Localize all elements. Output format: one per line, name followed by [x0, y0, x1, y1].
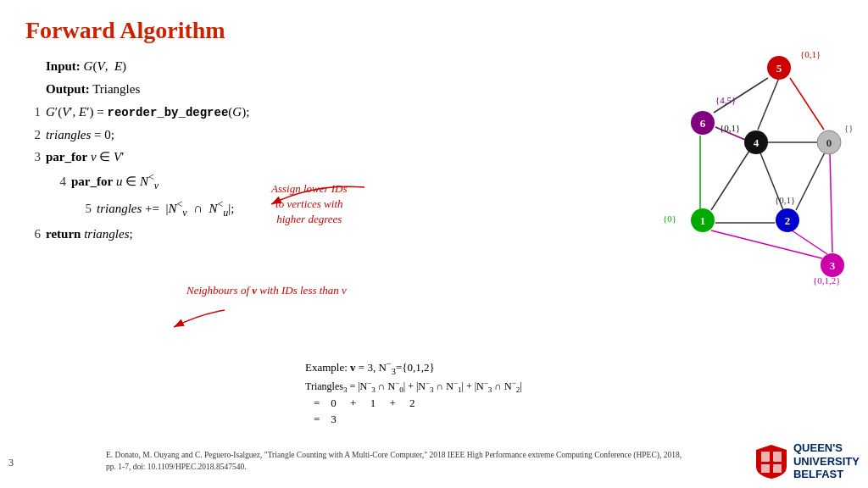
svg-rect-30 [773, 452, 782, 462]
svg-text:4: 4 [754, 136, 760, 149]
queens-university-text: QUEEN'SUNIVERSITYBELFAST [793, 441, 860, 481]
footer: 3 E. Donato, M. Ouyang and C. Peguero-Is… [8, 441, 860, 481]
svg-text:1: 1 [700, 214, 706, 227]
svg-text:{0,1}: {0,1} [800, 49, 821, 59]
line3-content: par_for v ∈ V′ [46, 147, 125, 168]
svg-text:{0}: {0} [663, 214, 676, 224]
graph-svg: 5 6 4 0 1 2 3 {0,1} {4,5} { [571, 42, 860, 305]
line5-content: triangles += |N<v ∩ N<u|; [97, 197, 234, 222]
output-label: Output: Triangles [46, 79, 140, 100]
arrow-assign [237, 158, 373, 225]
ln3: 3 [25, 147, 41, 168]
example-line-2: Triangles3 = |N−3 ∩ N−0| + |N−3 ∩ N−1| +… [305, 379, 522, 394]
ln4: 4 [51, 171, 66, 192]
svg-line-9 [796, 151, 826, 210]
citation: E. Donato, M. Ouyang and C. Peguero-Isal… [106, 450, 682, 473]
page-number: 3 [8, 454, 34, 469]
output-line: Output: Triangles [25, 79, 517, 100]
alg-line-2: 2 triangles = 0; [25, 125, 517, 146]
svg-text:0: 0 [826, 136, 832, 149]
example-line-3: = 0 + 1 + 2 [305, 396, 522, 410]
svg-text:{0,1,2}: {0,1,2} [813, 275, 841, 286]
svg-line-10 [830, 152, 832, 252]
slide-title: Forward Algorithm [25, 17, 843, 44]
graph-panel: 5 6 4 0 1 2 3 {0,1} {4,5} { [571, 42, 860, 305]
svg-line-12 [711, 230, 822, 258]
svg-text:5: 5 [776, 62, 782, 75]
ln1: 1 [25, 102, 41, 123]
algorithm-panel: Input: G(V, E) Output: Triangles 1 G′(V′… [25, 56, 517, 246]
ln6: 6 [25, 224, 41, 245]
example-section: Example: v = 3, N−3={0,1,2} Triangles3 =… [305, 359, 522, 429]
ln2: 2 [25, 125, 41, 146]
svg-text:{0,1}: {0,1} [720, 123, 740, 133]
svg-text:Q: Q [769, 459, 774, 467]
svg-line-13 [792, 230, 827, 254]
svg-text:2: 2 [785, 214, 791, 227]
svg-text:{}: {} [844, 123, 854, 133]
input-line: Input: G(V, E) [25, 56, 517, 77]
slide: Forward Algorithm Input: G(V, E) Output:… [0, 0, 868, 488]
svg-line-3 [790, 78, 824, 130]
input-label: Input: G(V, E) [46, 56, 126, 77]
svg-line-2 [758, 78, 779, 130]
svg-text:{4,5}: {4,5} [715, 95, 736, 105]
annotation-neighbours: Neighbours of v with IDs less than v [186, 283, 347, 298]
ln5: 5 [76, 198, 92, 219]
svg-text:6: 6 [700, 117, 706, 130]
example-line-1: Example: v = 3, N−3={0,1,2} [305, 359, 522, 376]
svg-rect-32 [773, 464, 782, 473]
line4-content: par_for u ∈ N<v [71, 169, 159, 195]
queens-shield-icon: Q [754, 443, 788, 480]
alg-line-1: 1 G′(V′, E′) = reorder_by_degree(G); [25, 102, 517, 123]
line2-content: triangles = 0; [46, 125, 114, 146]
svg-line-7 [711, 151, 749, 210]
example-line-4: = 3 [305, 413, 522, 426]
arrow-neighbours [157, 302, 242, 344]
svg-text:{0,1}: {0,1} [775, 195, 795, 205]
svg-text:3: 3 [830, 259, 836, 272]
line1-content: G′(V′, E′) = reorder_by_degree(G); [46, 102, 249, 123]
queens-logo: Q QUEEN'SUNIVERSITYBELFAST [754, 441, 860, 481]
line6-content: return triangles; [46, 224, 133, 245]
